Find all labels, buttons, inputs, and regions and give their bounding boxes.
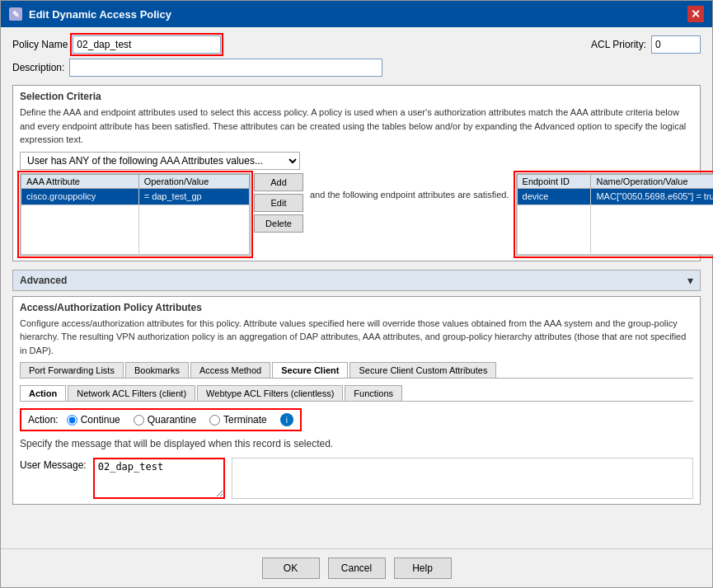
description-label: Description: [12,62,64,73]
action-quarantine-radio[interactable] [134,415,144,426]
acl-priority-input[interactable] [651,35,701,54]
aaa-col-operation: Operation/Value [138,174,249,188]
action-radio-group: Continue Quarantine Terminate i [67,413,293,426]
aaa-col-attribute: AAA Attribute [21,174,139,188]
endpoint-table-area: Endpoint ID Name/Operation/Value device … [516,173,713,256]
dialog-body: Policy Name ACL Priority: Description: S… [1,27,712,548]
aaa-op-value: = dap_test_gp [138,188,249,205]
action-row: Action: Continue Quarantine Terminate i [20,408,302,431]
action-label: Action: [28,414,59,426]
aaa-attr-value: cisco.grouppolicy [21,188,139,205]
action-quarantine: Quarantine [134,414,196,426]
aaa-add-button[interactable]: Add [254,173,303,191]
description-row: Description: [12,59,701,77]
action-quarantine-label: Quarantine [148,414,196,426]
ep-op-value: MAC["0050.5698.e605"] = true [591,188,713,205]
action-terminate-radio[interactable] [209,415,220,426]
description-input[interactable] [69,59,382,77]
ep-attr-value: device [517,188,591,205]
tab-port-forwarding[interactable]: Port Forwarding Lists [20,362,124,378]
ep-col-operation: Name/Operation/Value [591,174,713,188]
action-terminate: Terminate [209,414,267,426]
endpoint-table-row[interactable]: device MAC["0050.5698.e605"] = true [517,188,713,205]
aaa-table-area: AAA Attribute Operation/Value cisco.grou… [20,173,303,256]
selection-criteria-section: Selection Criteria Define the AAA and en… [12,85,701,261]
aaa-buttons: Add Edit Delete [254,173,303,233]
access-section: Access/Authorization Policy Attributes C… [12,296,701,506]
tab-secure-client[interactable]: Secure Client [272,362,348,378]
action-continue: Continue [67,414,120,426]
user-message-input[interactable]: 02_dap_test [93,458,225,499]
policy-name-label: Policy Name [12,39,68,50]
dialog-title: Edit Dynamic Access Policy [29,8,171,21]
ep-col-id: Endpoint ID [517,174,591,188]
help-button[interactable]: Help [394,557,452,579]
sub-tab-functions[interactable]: Functions [345,385,402,401]
tab-bookmarks[interactable]: Bookmarks [125,362,189,378]
policy-name-row: Policy Name ACL Priority: [12,35,701,54]
title-bar: ✎ Edit Dynamic Access Policy ✕ [1,1,712,27]
aaa-edit-button[interactable]: Edit [254,194,303,212]
dialog-icon: ✎ [9,7,22,21]
edit-dap-dialog: ✎ Edit Dynamic Access Policy ✕ Policy Na… [0,0,713,588]
selection-criteria-desc: Define the AAA and endpoint attributes u… [20,106,693,147]
cancel-button[interactable]: Cancel [328,557,386,579]
tab-secure-client-custom[interactable]: Secure Client Custom Attributes [349,362,496,378]
close-button[interactable]: ✕ [687,6,704,22]
selection-criteria-title: Selection Criteria [20,91,693,102]
action-info-icon[interactable]: i [280,413,293,426]
tables-row: AAA Attribute Operation/Value cisco.grou… [20,173,693,256]
title-bar-left: ✎ Edit Dynamic Access Policy [9,7,171,21]
aaa-attributes-dropdown[interactable]: User has ANY of the following AAA Attrib… [20,152,300,170]
dialog-footer: OK Cancel Help [1,548,712,587]
aaa-table-row[interactable]: cisco.grouppolicy = dap_test_gp [21,188,250,205]
advanced-chevron: ▾ [687,274,693,287]
sub-tab-action[interactable]: Action [20,385,66,401]
user-message-row: User Message: 02_dap_test [20,458,693,499]
action-continue-radio[interactable] [67,415,77,426]
sub-tab-webtype-acl[interactable]: Webtype ACL Filters (clientless) [197,385,343,401]
access-sub-tabs-row: Action Network ACL Filters (client) Webt… [20,385,693,402]
acl-priority-label: ACL Priority: [591,39,646,50]
ok-button[interactable]: OK [262,557,320,579]
user-message-extended-area [232,458,693,499]
specify-text: Specify the message that will be display… [20,438,693,449]
advanced-bar[interactable]: Advanced ▾ [12,270,701,291]
action-terminate-label: Terminate [223,414,267,426]
access-section-desc: Configure access/authorization attribute… [20,317,693,358]
middle-text: and the following endpoint attributes ar… [310,173,509,200]
access-tabs-row: Port Forwarding Lists Bookmarks Access M… [20,362,693,379]
advanced-label: Advanced [20,275,67,286]
user-message-label: User Message: [20,458,87,471]
access-section-title: Access/Authorization Policy Attributes [20,302,693,313]
policy-name-input[interactable] [73,35,221,54]
aaa-delete-button[interactable]: Delete [254,214,303,233]
sub-tab-network-acl[interactable]: Network ACL Filters (client) [68,385,195,401]
tab-access-method[interactable]: Access Method [190,362,270,378]
endpoint-attribute-table: Endpoint ID Name/Operation/Value device … [516,173,713,256]
action-continue-label: Continue [81,414,120,426]
dropdown-row: User has ANY of the following AAA Attrib… [20,152,693,170]
aaa-attribute-table: AAA Attribute Operation/Value cisco.grou… [20,173,251,256]
